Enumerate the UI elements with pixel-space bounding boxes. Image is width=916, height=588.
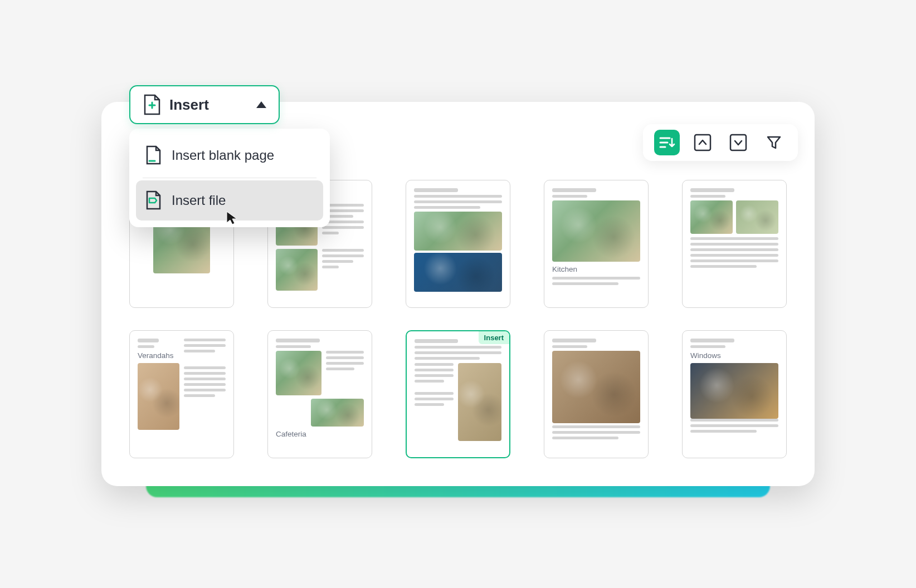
insert-dropdown: Insert blank page Insert file [129, 129, 330, 227]
sort-button[interactable] [654, 130, 680, 155]
thumb-image [414, 212, 502, 251]
thumb-image [138, 363, 179, 430]
expand-button[interactable] [725, 130, 751, 155]
view-toolbar [643, 124, 798, 161]
filter-icon [766, 134, 782, 151]
blank-page-icon [145, 145, 162, 165]
page-thumb[interactable]: Cafeteria [267, 330, 372, 458]
thumb-image [736, 200, 778, 234]
page-thumb[interactable] [406, 180, 510, 308]
menu-insert-file[interactable]: Insert file [136, 180, 323, 220]
thumb-label: Cafeteria [276, 430, 364, 438]
page-thumb[interactable]: Kitchen [544, 180, 649, 308]
main-panel: Insert Insert blank page Insert [101, 102, 815, 486]
page-thumb[interactable]: Windows [682, 330, 787, 458]
menu-item-label: Insert blank page [172, 148, 274, 163]
collapse-button[interactable] [690, 130, 715, 155]
filter-button[interactable] [761, 130, 787, 155]
caret-up-icon [256, 101, 266, 108]
file-icon [145, 190, 162, 210]
chevron-up-box-icon [693, 133, 712, 152]
insert-button[interactable]: Insert [129, 85, 280, 124]
thumb-image [552, 200, 640, 262]
menu-item-label: Insert file [172, 193, 226, 208]
page-thumb[interactable]: Verandahs [129, 330, 234, 458]
sort-icon [659, 135, 675, 150]
page-thumb-selected[interactable]: Insert [406, 330, 510, 458]
thumb-image [458, 363, 501, 441]
thumb-image [276, 249, 318, 291]
page-thumb[interactable] [544, 330, 649, 458]
chevron-down-box-icon [729, 133, 748, 152]
thumb-image [311, 399, 364, 427]
page-thumb[interactable] [682, 180, 787, 308]
thumb-image [690, 363, 778, 419]
svg-rect-5 [730, 135, 746, 150]
thumb-image [690, 200, 733, 234]
insert-page-icon [143, 94, 160, 115]
cursor-icon [225, 210, 241, 226]
insert-button-label: Insert [169, 96, 247, 114]
thumb-image [414, 253, 502, 292]
thumb-image [552, 351, 640, 423]
menu-insert-blank-page[interactable]: Insert blank page [136, 135, 323, 175]
thumb-label: Verandahs [138, 351, 179, 360]
thumb-image [276, 351, 321, 395]
thumb-label: Windows [690, 351, 778, 360]
svg-rect-4 [695, 135, 710, 150]
insert-badge: Insert [479, 331, 509, 344]
menu-divider [143, 178, 316, 178]
thumb-label: Kitchen [552, 265, 640, 273]
